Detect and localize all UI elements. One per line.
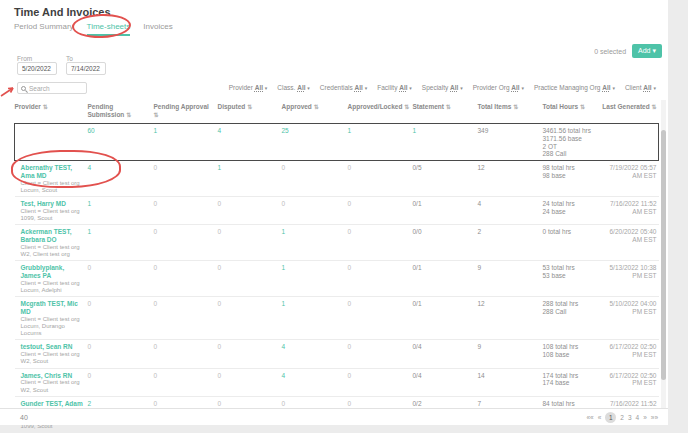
count-value[interactable]: 1 [282, 228, 286, 235]
count-value[interactable]: 2 [88, 400, 92, 407]
sort-icon[interactable]: ⇅ [154, 112, 159, 118]
provider-client: Client = Client test org [21, 244, 86, 251]
cell-value: 0/2 [413, 400, 422, 407]
column-header-approved[interactable]: Approved ⇅ [282, 100, 348, 123]
count-value[interactable]: 25 [282, 127, 289, 134]
cell-value: 0/5 [413, 164, 422, 171]
chevron-down-icon: ▾ [652, 47, 656, 54]
column-header-disputed[interactable]: Disputed ⇅ [218, 100, 282, 123]
tab-invoices[interactable]: Invoices [143, 22, 172, 36]
pagination-next[interactable]: » [643, 414, 647, 421]
last-generated: 5/13/2022 10:38 PM EST [601, 261, 659, 297]
sort-icon[interactable]: ⇅ [43, 104, 48, 110]
count-value: 0 [88, 372, 92, 379]
total-hours: 53 total hrs 53 base [543, 264, 575, 279]
count-value[interactable]: 1 [348, 127, 352, 134]
from-date-input[interactable] [17, 62, 57, 75]
to-date-input[interactable] [66, 62, 106, 75]
pagination-first[interactable]: «« [586, 414, 593, 421]
scrollbar-thumb[interactable] [661, 130, 666, 380]
column-header-pending-approval[interactable]: Pending Approval ⇅ [154, 100, 218, 123]
provider-client: Client = Client test org [21, 351, 86, 358]
search-input[interactable] [29, 85, 83, 92]
sort-icon[interactable]: ⇅ [404, 104, 409, 110]
column-header-pending-submission[interactable]: Pending Submission ⇅ [88, 100, 154, 123]
provider-link[interactable]: James, Chris RN [21, 372, 73, 379]
column-header-total-hours[interactable]: Total Hours ⇅ [543, 100, 601, 123]
pagination-page-2[interactable]: 2 [620, 414, 624, 421]
last-generated: 7/19/2022 05:57 AM EST [601, 161, 659, 197]
count-value: 0 [218, 300, 222, 307]
filter-facility[interactable]: Facility All ▾ [377, 84, 412, 91]
sort-icon[interactable]: ⇅ [126, 112, 131, 118]
last-generated: 6/17/2022 02:50 PM EST [601, 340, 659, 368]
table-row: Ackerman TEST, Barbara DOClient = Client… [15, 225, 659, 261]
total-hours-summary: 3461.56 total hrs 3171.56 base 2 OT 288 … [543, 127, 591, 157]
count-value[interactable]: 4 [282, 343, 286, 350]
sort-icon[interactable]: ⇅ [651, 104, 656, 110]
summary-row: 601425113493461.56 total hrs 3171.56 bas… [15, 123, 659, 160]
filter-class-[interactable]: Class. All ▾ [277, 84, 310, 91]
chevron-down-icon: ▾ [460, 85, 463, 91]
filter-specialty[interactable]: Specialty All ▾ [422, 84, 463, 91]
count-value: 0 [282, 200, 286, 207]
add-button[interactable]: Add ▾ [632, 44, 662, 58]
pagination-prev[interactable]: « [598, 414, 602, 421]
pagination-page-3[interactable]: 3 [628, 414, 632, 421]
provider-link[interactable]: Grubblyplank, James PA [21, 264, 65, 279]
filter-provider[interactable]: Provider All ▾ [229, 84, 268, 91]
pagination-page-4[interactable]: 4 [636, 414, 640, 421]
count-value: 0 [348, 372, 352, 379]
count-value[interactable]: 1 [154, 127, 158, 134]
count-value[interactable]: 4 [282, 372, 286, 379]
search-icon [21, 86, 26, 91]
count-value[interactable]: 60 [88, 127, 95, 134]
count-value[interactable]: 1 [413, 127, 417, 134]
cell-value: 0/0 [413, 228, 422, 235]
count-value: 0 [218, 343, 222, 350]
count-value: 0 [282, 400, 286, 407]
column-header-total-items[interactable]: Total Items ⇅ [478, 100, 543, 123]
search-box[interactable] [17, 82, 87, 94]
sort-icon[interactable]: ⇅ [314, 104, 319, 110]
count-value: 0 [218, 372, 222, 379]
cell-value: 0/4 [413, 343, 422, 350]
provider-org: Locum, Adelphi [21, 287, 86, 294]
provider-link[interactable]: Mcgrath TEST, Mic MD [21, 300, 78, 315]
filter-credentials[interactable]: Credentials All ▾ [320, 84, 367, 91]
provider-link[interactable]: Ackerman TEST, Barbara DO [21, 228, 72, 243]
column-header-statement[interactable]: Statement ⇅ [413, 100, 478, 123]
provider-link[interactable]: testout, Sean RN [21, 343, 73, 350]
count-value[interactable]: 1 [282, 300, 286, 307]
pagination-last[interactable]: »» [651, 414, 658, 421]
sort-icon[interactable]: ⇅ [247, 104, 252, 110]
filter-client[interactable]: Client All ▾ [625, 84, 656, 91]
table-row: Grubblyplank, James PAClient = Client te… [15, 261, 659, 297]
count-value: 0 [218, 400, 222, 407]
count-value[interactable]: 1 [88, 228, 92, 235]
cell-value: 7 [478, 400, 482, 407]
column-header-approved-locked[interactable]: Approved/Locked ⇅ [348, 100, 413, 123]
sort-icon[interactable]: ⇅ [446, 104, 451, 110]
annotation-circle-first-provider [11, 149, 122, 189]
filter-practice-managing-org[interactable]: Practice Managing Org All ▾ [534, 84, 615, 91]
count-value[interactable]: 4 [218, 127, 222, 134]
count-value[interactable]: 1 [282, 264, 286, 271]
count-value[interactable]: 1 [218, 164, 222, 171]
sort-icon[interactable]: ⇅ [513, 104, 518, 110]
count-value: 0 [154, 343, 158, 350]
column-header-last-generated[interactable]: Last Generated ⇅ [601, 100, 659, 123]
count-value: 0 [218, 228, 222, 235]
from-label: From [17, 55, 32, 62]
sort-icon[interactable]: ⇅ [580, 104, 585, 110]
column-header-provider[interactable]: Provider ⇅ [15, 100, 88, 123]
pagination-page-1[interactable]: 1 [605, 412, 616, 423]
provider-link[interactable]: Test, Harry MD [21, 200, 66, 207]
filter-provider-org[interactable]: Provider Org All ▾ [473, 84, 524, 91]
page-size-selector[interactable]: 40 [20, 414, 28, 421]
count-value[interactable]: 1 [88, 200, 92, 207]
tab-period-summary[interactable]: Period Summary [14, 22, 74, 36]
total-hours: 174 total hrs 174 base [543, 372, 579, 387]
vertical-scrollbar[interactable] [661, 100, 666, 408]
table-footer: 40 «««1234»»» [0, 408, 668, 425]
